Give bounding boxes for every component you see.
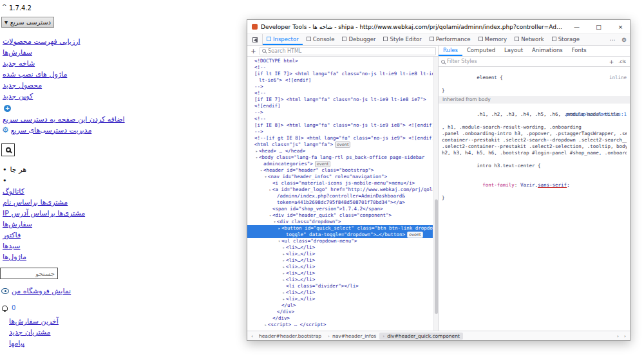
devtools-titlebar[interactable]: Developer Tools - شاخه ها - shipa - http… <box>247 20 630 33</box>
markup-line[interactable]: <span id="shop_version">1.7.4.2</span> <box>247 206 433 212</box>
sidebar-tab[interactable]: Animations <box>527 46 567 56</box>
sidebar-tab[interactable]: Rules <box>439 46 462 56</box>
markup-line[interactable]: <li>…</li> <box>247 296 433 302</box>
notification-link[interactable]: پیامها <box>9 340 24 347</box>
chevron-up-icon[interactable]: ^ <box>2 3 7 10</box>
search-scope-option[interactable]: سفارش‌ها <box>3 221 32 228</box>
settings-icon[interactable]: ⚙ <box>618 34 630 45</box>
markup-line[interactable]: <div id="header_quick" class="component"… <box>247 212 433 219</box>
notification-link[interactable]: آخرین سفارش‌ها <box>9 318 59 325</box>
event-badge[interactable]: event <box>335 142 351 148</box>
markup-line[interactable]: [if IE 7]> <html lang="fa" class="no-js … <box>247 96 433 103</box>
expander-icon[interactable] <box>268 212 272 219</box>
markup-line[interactable]: admincategories"> event <box>247 161 433 167</box>
breadcrumb-item[interactable]: div#header_quick.component <box>379 333 463 340</box>
expander-icon[interactable] <box>281 251 286 257</box>
expander-icon[interactable] <box>281 277 286 283</box>
markup-line[interactable]: --> <box>247 84 433 90</box>
markup-line[interactable]: <ul class="dropdown-menu"> <box>247 238 433 244</box>
quick-access-link[interactable]: کوپن جدید <box>3 93 33 100</box>
search-scope-option[interactable]: سبدها <box>3 243 20 250</box>
search-scope-option[interactable]: مشتری‌ها براساس آدرس IP <box>3 210 85 217</box>
search-button[interactable] <box>1 143 15 156</box>
markup-line[interactable]: --> <box>247 129 433 135</box>
search-scope-selected-row[interactable]: • هر جا <box>3 166 85 173</box>
markup-line[interactable]: <![endif] <box>247 103 433 109</box>
markup-line[interactable]: lt-ie6"> <![endif] <box>247 77 433 84</box>
devtools-tool-tab[interactable]: Performance <box>426 34 475 45</box>
quick-access-link[interactable]: شاخه جدید <box>3 60 35 67</box>
expander-icon[interactable] <box>281 244 286 251</box>
expander-icon[interactable] <box>268 187 272 193</box>
markup-line[interactable]: <li>…</li> <box>247 277 433 283</box>
scrollbar-thumb[interactable] <box>435 199 438 315</box>
markup-line[interactable]: <!--[if gt IE 8]> <html lang="fa" class=… <box>247 135 433 142</box>
expander-icon[interactable] <box>277 225 281 232</box>
more-tools-icon[interactable]: ⋯ <box>607 34 618 45</box>
markup-line[interactable]: --> <box>247 109 433 116</box>
breadcrumb-scroll-right[interactable]: › <box>614 333 621 339</box>
event-badge[interactable]: event <box>407 232 423 238</box>
markup-line[interactable]: /adminn/index.php?controller=AdminDashbo… <box>247 193 433 199</box>
markup-line[interactable]: <header id="header" class="bootstrap"> <box>247 167 433 174</box>
markup-line[interactable]: </ul> <box>247 302 433 309</box>
markup-line[interactable]: token=a441b2698dc795f848d508701f70bd34">… <box>247 199 433 206</box>
sidebar-tab[interactable]: Layout <box>500 46 527 56</box>
minimize-button[interactable]: — <box>567 20 586 33</box>
quick-access-link[interactable]: ماژول های نصب شده <box>3 71 67 78</box>
markup-line[interactable]: <a id="header_logo" href="http://www.web… <box>247 187 433 193</box>
markup-line[interactable]: <!-- <box>247 64 433 71</box>
markup-line[interactable]: <head> … </head> <box>247 148 433 154</box>
markup-line[interactable]: [if lt IE 7]> <html lang="fa" class="no-… <box>247 71 433 77</box>
add-quick-access-icon[interactable]: + <box>4 105 11 112</box>
element-rule-source[interactable]: inline <box>609 75 627 81</box>
devtools-tool-tab[interactable]: Memory <box>475 34 511 45</box>
maximize-button[interactable]: □ <box>589 20 608 33</box>
add-rule-button[interactable]: + <box>608 59 616 65</box>
markup-line[interactable]: <body class="lang-fa lang-rtl ps_back-of… <box>247 154 433 161</box>
markup-line[interactable]: <div class="dropdown"> <box>247 219 433 225</box>
breadcrumb-item[interactable]: nav#header_infos <box>325 333 379 340</box>
close-button[interactable]: × <box>611 20 630 33</box>
markup-line[interactable]: <button id="quick_select" class="btn btn… <box>247 225 433 232</box>
expander-icon[interactable] <box>281 270 286 277</box>
markup-line[interactable]: </div> <box>247 315 433 322</box>
sidebar-tab[interactable]: Fonts <box>567 46 591 56</box>
pick-element-button[interactable] <box>247 34 263 45</box>
markup-line[interactable]: <li>…</li> <box>247 289 433 296</box>
markup-line[interactable]: <i class="material-icons js-mobile-menu"… <box>247 180 433 187</box>
breadcrumb-scroll-left[interactable]: ‹ <box>249 333 256 339</box>
css-declaration[interactable]: font-family: Vazir,sans-serif; <box>442 176 627 195</box>
event-badge[interactable]: event <box>315 161 331 167</box>
font-family-link[interactable]: sans-serif <box>538 182 567 188</box>
filter-styles-input[interactable] <box>447 59 606 64</box>
devtools-tool-tab[interactable]: Console <box>303 34 339 45</box>
notifications-count[interactable]: 0 <box>12 304 15 311</box>
toggle-classes-button[interactable]: .cls <box>617 59 627 65</box>
expander-icon[interactable] <box>281 257 286 264</box>
markup-line[interactable]: <nav id="header_infos" role="navigation"… <box>247 174 433 180</box>
search-scope-option[interactable]: کاتالوگ <box>3 188 24 195</box>
breadcrumb-scroll-right-end[interactable]: › <box>621 333 629 339</box>
notification-link[interactable]: مشتریان جدید <box>9 329 51 336</box>
markup-line[interactable]: <li>…</li> <box>247 244 433 251</box>
markup-search-box[interactable] <box>260 47 436 55</box>
expander-icon[interactable] <box>263 322 268 328</box>
manage-quick-access-link[interactable]: مدیریت دسترسی‌های سریع <box>11 127 92 134</box>
add-page-to-quick-access-link[interactable]: اضافه کردن این صفحه به دسترسی سریع <box>3 116 125 123</box>
devtools-tool-tab[interactable]: Style Editor <box>379 34 425 45</box>
markup-line[interactable]: <li>…</li> <box>247 264 433 270</box>
expander-icon[interactable] <box>263 174 268 180</box>
markup-line[interactable]: <!-- <box>247 116 433 122</box>
markup-line[interactable]: <li class="divider"></li> <box>247 283 433 289</box>
site-search-input[interactable] <box>0 268 58 279</box>
devtools-tool-tab[interactable]: Network <box>511 34 548 45</box>
expander-icon[interactable] <box>277 238 281 244</box>
sidebar-tab[interactable]: Computed <box>462 46 500 56</box>
devtools-tool-tab[interactable]: Inspector <box>263 34 303 45</box>
markup-line[interactable]: <html class="js" lang="fa"> event <box>247 142 433 148</box>
search-scope-option[interactable]: فاکتور <box>3 232 21 239</box>
search-scope-option[interactable]: مشتری‌ها براساس نام <box>3 199 68 206</box>
expander-icon[interactable] <box>254 148 259 154</box>
markup-line[interactable]: <!-- <box>247 90 433 96</box>
